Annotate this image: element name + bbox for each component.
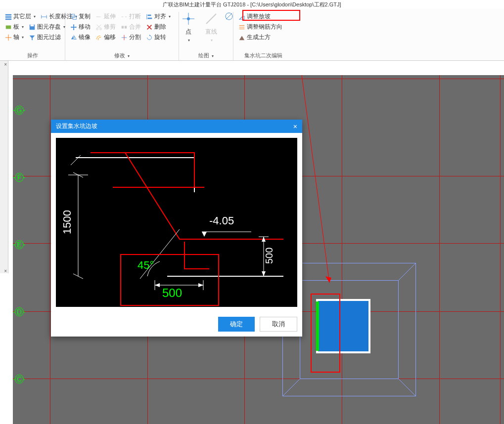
svg-marker-74 <box>202 232 207 237</box>
gen-earthwork-button[interactable]: 生成土方 <box>237 33 272 42</box>
break-button: 打断 <box>120 12 142 21</box>
dim-500-v: 500 <box>264 248 275 264</box>
svg-rect-2 <box>5 18 11 20</box>
svg-line-50 <box>399 379 416 396</box>
window-title: 广联达BIM土建计量平台 GTJ2018 - [C:\Users\glodon\… <box>0 0 504 9</box>
svg-marker-29 <box>71 36 73 39</box>
svg-marker-30 <box>74 36 76 39</box>
dialog-title-text: 设置集水坑边坡 <box>56 122 97 130</box>
group-label-draw: 绘图 ▾ <box>198 51 214 59</box>
axis-label-e: E <box>15 240 24 249</box>
extend-button: 延伸 <box>94 12 117 21</box>
svg-rect-26 <box>125 26 127 28</box>
svg-rect-19 <box>148 14 151 16</box>
filter-button[interactable]: 图元过滤 <box>28 33 62 42</box>
align-button[interactable]: 对齐▾ <box>145 12 172 21</box>
svg-line-49 <box>282 379 300 396</box>
save-element-button[interactable]: 图元存盘▾ <box>28 22 66 32</box>
mirror-button[interactable]: 镜像 <box>69 33 92 42</box>
svg-line-40 <box>226 13 232 19</box>
axis-button[interactable]: 轴▾ <box>4 33 25 42</box>
rotate-button[interactable]: 旋转 <box>145 33 167 42</box>
axis-label-c: C <box>15 375 24 383</box>
svg-point-21 <box>96 28 98 30</box>
copy-button[interactable]: 复制 <box>69 12 92 21</box>
elev-text: -4.05 <box>209 214 234 227</box>
split-button[interactable]: 分割 <box>120 33 142 42</box>
line-button: 直线▾ <box>201 12 221 42</box>
delete-button[interactable]: 删除 <box>145 22 167 32</box>
ribbon-group-modify: 复制 延伸 打断 对齐▾ 移动 修剪 合并 删除 镜像 偏移 分割 旋转 修改 … <box>65 12 179 60</box>
svg-point-37 <box>187 17 190 20</box>
merge-button: 合并 <box>120 22 142 32</box>
svg-rect-0 <box>5 14 11 15</box>
svg-rect-8 <box>31 24 34 26</box>
slab-button[interactable]: 板▾ <box>4 22 25 32</box>
highlight-dialog-values <box>120 254 219 306</box>
svg-line-23 <box>97 24 101 28</box>
axis-label-g: G <box>15 106 24 115</box>
highlight-pit-edge <box>311 294 340 373</box>
svg-marker-11 <box>30 35 35 40</box>
group-label-modify: 修改 ▾ <box>69 51 175 59</box>
highlight-adjust-slope <box>242 10 300 21</box>
svg-line-24 <box>97 24 100 28</box>
svg-rect-6 <box>6 25 11 29</box>
slope-dialog: 设置集水坑边坡 × <box>51 120 302 337</box>
group-label-pit: 集水坑二次编辑 <box>237 51 289 59</box>
svg-line-48 <box>399 263 416 280</box>
dim-1500: 1500 <box>61 210 73 234</box>
svg-rect-25 <box>122 26 124 28</box>
svg-marker-46 <box>239 36 245 40</box>
group-label-operate: 操作 <box>4 51 61 59</box>
move-button[interactable]: 移动 <box>69 22 92 32</box>
offset-button[interactable]: 偏移 <box>94 33 117 42</box>
svg-rect-20 <box>148 17 152 19</box>
cancel-button[interactable]: 取消 <box>260 317 297 332</box>
more-draw-button[interactable] <box>224 12 234 21</box>
ribbon-group-draw: 点▾ 直线▾ 绘图 ▾ <box>179 12 233 60</box>
svg-marker-72 <box>262 271 266 276</box>
ribbon: 其它层▾ 长度标注▾ 板▾ 图元存盘▾ 轴▾ 图元过滤 操作 复制 延伸 打断 … <box>0 9 504 61</box>
axis-label-d: D <box>15 307 24 316</box>
dialog-close-button[interactable]: × <box>293 123 297 130</box>
svg-line-38 <box>206 14 216 24</box>
svg-rect-1 <box>5 16 11 18</box>
axis-label-f: F <box>15 173 24 182</box>
svg-point-22 <box>100 28 102 30</box>
ribbon-group-operate: 其它层▾ 长度标注▾ 板▾ 图元存盘▾ 轴▾ 图元过滤 操作 <box>0 12 65 60</box>
other-floor-button[interactable]: 其它层▾ <box>4 12 37 21</box>
svg-line-55 <box>71 155 81 165</box>
trim-button: 修剪 <box>94 22 117 32</box>
point-button[interactable]: 点▾ <box>179 12 198 42</box>
dialog-diagram: 1500 -4.05 500 45° 500 <box>56 138 297 307</box>
dialog-titlebar[interactable]: 设置集水坑边坡 × <box>51 120 302 133</box>
ok-button[interactable]: 确定 <box>218 317 255 332</box>
adjust-rebar-button[interactable]: 调整钢筋方向 <box>237 22 283 32</box>
panel-close-icon-2[interactable]: × <box>4 268 7 274</box>
panel-close-icon[interactable]: × <box>4 62 7 67</box>
left-panel-collapsed[interactable]: × × <box>0 61 8 273</box>
